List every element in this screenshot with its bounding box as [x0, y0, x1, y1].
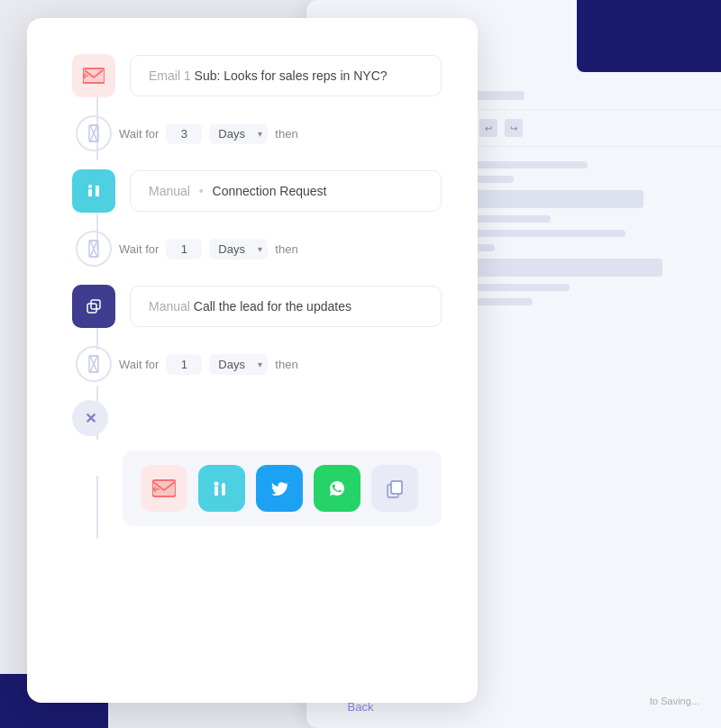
add-email-icon — [152, 478, 176, 498]
main-card: Email 1 Sub: Looks for sales reps in NYC… — [27, 18, 478, 703]
wait-then-1: then — [275, 127, 297, 141]
svg-rect-5 — [96, 186, 99, 196]
step-manual-call: Manual Call the lead for the updates — [72, 285, 442, 328]
manual-connection-box[interactable]: Manual • Connection Request — [130, 170, 442, 212]
wait-then-2: then — [275, 242, 297, 256]
email-icon — [83, 67, 105, 85]
wait-unit-select-3[interactable]: Days Hours — [209, 354, 268, 375]
wait-unit-select-1[interactable]: Days Hours — [209, 123, 268, 144]
toolbar-redo-icon[interactable]: ↪ — [505, 119, 523, 137]
add-twitter-icon — [269, 478, 290, 499]
wait-label-1: Wait for — [119, 127, 159, 141]
email-text: Looks for sales reps in NYC? — [224, 68, 387, 83]
svg-rect-3 — [84, 181, 104, 201]
step-email: Email 1 Sub: Looks for sales reps in NYC… — [72, 54, 442, 97]
manual-text: Connection Request — [213, 184, 327, 198]
wait-input-1[interactable] — [166, 123, 202, 144]
toolbar-undo-icon[interactable]: ↩ — [479, 119, 497, 137]
manual-dark-icon — [72, 285, 115, 328]
add-twitter-button[interactable] — [256, 465, 303, 512]
add-copy-button[interactable] — [371, 465, 418, 512]
svg-rect-8 — [83, 296, 105, 317]
manual-connection-content: Manual • Connection Request — [130, 170, 442, 212]
end-x-button[interactable]: ✕ — [72, 400, 108, 436]
manual-call-content: Manual Call the lead for the updates — [130, 286, 442, 327]
hourglass-icon-3 — [87, 354, 101, 374]
wait-then-3: then — [275, 358, 297, 371]
manual-call-text: Call the lead for the updates — [194, 299, 351, 314]
svg-point-17 — [214, 482, 219, 487]
email-sub: Sub: — [195, 68, 221, 83]
sequence-container: Email 1 Sub: Looks for sales reps in NYC… — [72, 54, 442, 526]
add-whatsapp-button[interactable] — [314, 465, 360, 512]
email-step-box[interactable]: Email 1 Sub: Looks for sales reps in NYC… — [130, 55, 442, 96]
svg-rect-15 — [214, 487, 218, 496]
connector-5 — [96, 476, 98, 539]
linkedin-icon — [84, 181, 104, 201]
svg-rect-16 — [222, 483, 225, 496]
svg-rect-12 — [152, 480, 176, 496]
wait-unit-select-2[interactable]: Days Hours — [209, 239, 268, 259]
wait-icon-1 — [76, 115, 112, 151]
wait-label-3: Wait for — [119, 358, 159, 371]
email-step-icon — [72, 54, 115, 97]
add-linkedin-button[interactable] — [198, 465, 245, 512]
action-icons-row — [123, 450, 442, 526]
svg-rect-4 — [88, 189, 92, 196]
manual-call-box[interactable]: Manual Call the lead for the updates — [130, 286, 442, 327]
svg-point-6 — [88, 185, 92, 188]
manual-label: Manual — [149, 184, 190, 198]
wait-icon-3 — [76, 346, 112, 382]
wait-label-2: Wait for — [119, 242, 159, 256]
manual-blue-icon — [72, 169, 115, 213]
hourglass-icon-1 — [87, 123, 101, 143]
svg-rect-21 — [391, 481, 402, 494]
email-step-label: Email 1 — [149, 68, 191, 83]
add-linkedin-icon — [211, 478, 233, 499]
wait-select-wrap-2: Days Hours — [209, 239, 268, 259]
manual-call-label: Manual — [149, 299, 190, 314]
wait-select-wrap-3: Days Hours — [209, 354, 268, 375]
wait-icon-2 — [76, 231, 112, 267]
back-link[interactable]: Back — [348, 700, 374, 714]
wait-row-3: Wait for Days Hours then — [76, 335, 442, 393]
wait-row-1: Wait for Days Hours then — [76, 105, 442, 162]
hourglass-icon-2 — [87, 239, 101, 259]
bg-saving-status: to Saving... — [650, 696, 699, 706]
add-copy-icon — [384, 478, 406, 499]
wait-row-2: Wait for Days Hours then — [76, 220, 442, 278]
add-whatsapp-icon — [326, 478, 348, 499]
phone-icon — [83, 296, 105, 317]
email-step-content: Email 1 Sub: Looks for sales reps in NYC… — [130, 55, 442, 96]
add-email-button[interactable] — [141, 465, 187, 512]
dark-block-top-right — [577, 0, 721, 72]
end-step: ✕ — [72, 400, 442, 436]
wait-input-2[interactable] — [166, 239, 202, 259]
manual-dot: • — [199, 184, 204, 198]
step-manual-connection: Manual • Connection Request — [72, 169, 442, 213]
wait-input-3[interactable] — [166, 354, 202, 375]
wait-select-wrap-1: Days Hours — [209, 123, 268, 144]
